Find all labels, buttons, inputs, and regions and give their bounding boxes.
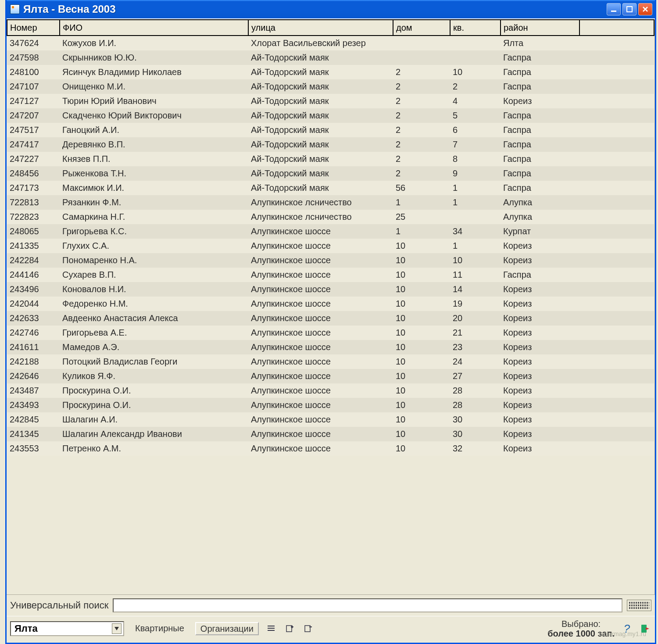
table-row[interactable]: 247173Максимюк И.И.Ай-Тодорский маяк561Г…	[7, 181, 654, 195]
cell-house: 10	[393, 441, 450, 456]
cell-apt: 11	[450, 268, 501, 282]
cell-fio: Федоренко Н.М.	[60, 297, 248, 311]
cell-street: Алупкинское шоссе	[248, 253, 393, 268]
cell-num: 241611	[7, 340, 60, 354]
col-header-fio[interactable]: ФИО	[60, 20, 248, 36]
table-row[interactable]: 242746Григорьева А.Е.Алупкинское шоссе10…	[7, 326, 654, 340]
cell-blank	[579, 282, 654, 297]
cell-apt: 19	[450, 297, 501, 311]
organizacii-button[interactable]: Организации	[195, 622, 259, 635]
cell-num: 248065	[7, 224, 60, 239]
table-row[interactable]: 243553Петренко А.М.Алупкинское шоссе1032…	[7, 441, 654, 456]
cell-house: 10	[393, 369, 450, 383]
table-row[interactable]: 241335Глухих С.А.Алупкинское шоссе101Кор…	[7, 239, 654, 253]
remove-record-icon[interactable]	[302, 623, 314, 635]
search-label: Универсальный поиск	[10, 600, 108, 611]
table-row[interactable]: 241611Мамедов А.Э.Алупкинское шоссе1023К…	[7, 340, 654, 354]
cell-raion: Алупка	[501, 195, 579, 210]
status-line2: более 1000 зап.	[547, 629, 615, 638]
minimize-icon	[611, 6, 617, 12]
table-row[interactable]: 242845Шалагин А.И.Алупкинское шоссе1030К…	[7, 412, 654, 427]
table-row[interactable]: 347624Кожухов И.И. Хлорат Васильевский р…	[7, 36, 654, 50]
cell-street: Алупкинское шоссе	[248, 268, 393, 282]
col-header-raion[interactable]: район	[501, 20, 579, 36]
cell-blank	[579, 94, 654, 108]
table-row[interactable]: 247127Тюрин Юрий ИвановичАй-Тодорский ма…	[7, 94, 654, 108]
cell-blank	[579, 412, 654, 427]
col-header-number[interactable]: Номер	[7, 20, 60, 36]
col-header-apt[interactable]: кв.	[450, 20, 501, 36]
cell-apt: 30	[450, 412, 501, 427]
cell-num: 722813	[7, 195, 60, 210]
cell-street: Ай-Тодорский маяк	[248, 152, 393, 166]
add-record-icon[interactable]	[283, 623, 296, 635]
table-row[interactable]: 242646Куликов Я.Ф.Алупкинское шоссе1027К…	[7, 369, 654, 383]
vertical-scrollbar[interactable]	[654, 19, 655, 594]
table-row[interactable]: 722823Самаркина Н.Г.Алупкинское лсничест…	[7, 210, 654, 224]
cell-house: 2	[393, 123, 450, 137]
kvartirnye-button[interactable]: Квартирные	[130, 622, 189, 635]
search-input[interactable]	[113, 598, 622, 612]
maximize-button[interactable]	[622, 3, 637, 15]
table-row[interactable]: 243487Проскурина О.И.Алупкинское шоссе10…	[7, 383, 654, 398]
region-dropdown[interactable]: Ялта	[10, 621, 124, 636]
cell-fio: Проскурина О.И.	[60, 383, 248, 398]
cell-house: 10	[393, 427, 450, 441]
window-title: Ялта - Весна 2003	[23, 3, 607, 15]
cell-apt: 21	[450, 326, 501, 340]
cell-raion: Гаспра	[501, 137, 579, 152]
table-row[interactable]: 242284Пономаренко Н.А.Алупкинское шоссе1…	[7, 253, 654, 268]
cell-apt: 6	[450, 123, 501, 137]
cell-apt: 1	[450, 195, 501, 210]
cell-street: Алупкинское лсничество	[248, 210, 393, 224]
help-icon[interactable]: ?	[621, 623, 633, 635]
cell-apt: 34	[450, 224, 501, 239]
table-row[interactable]: 247207Скадченко Юрий ВикторовичАй-Тодорс…	[7, 108, 654, 123]
cell-blank	[579, 181, 654, 195]
table-row[interactable]: 247598Скрынников Ю.Ю.Ай-Тодорский маякГа…	[7, 50, 654, 65]
table-row[interactable]: 243496Коновалов Н.И.Алупкинское шоссе101…	[7, 282, 654, 297]
table-row[interactable]: 243493Проскурина О.И.Алупкинское шоссе10…	[7, 398, 654, 412]
cell-raion: Кореиз	[501, 282, 579, 297]
cell-street: Алупкинское шоссе	[248, 369, 393, 383]
cell-house: 10	[393, 253, 450, 268]
cell-house: 10	[393, 326, 450, 340]
table-row[interactable]: 248456Рыженкова Т.Н.Ай-Тодорский маяк29Г…	[7, 166, 654, 181]
table-row[interactable]: 244146Сухарев В.П.Алупкинское шоссе1011Г…	[7, 268, 654, 282]
table-row[interactable]: 247417Деревянко В.П.Ай-Тодорский маяк27Г…	[7, 137, 654, 152]
col-header-street[interactable]: улица	[248, 20, 393, 36]
table-row[interactable]: 241345Шалагин Александр ИвановиАлупкинск…	[7, 427, 654, 441]
keyboard-icon[interactable]	[627, 600, 651, 611]
cell-street: Алупкинское шоссе	[248, 297, 393, 311]
minimize-button[interactable]	[607, 3, 621, 15]
cell-apt: 10	[450, 65, 501, 79]
cell-fio: Сухарев В.П.	[60, 268, 248, 282]
cell-apt: 32	[450, 441, 501, 456]
col-header-house[interactable]: дом	[393, 20, 450, 36]
table-row[interactable]: 242044Федоренко Н.М.Алупкинское шоссе101…	[7, 297, 654, 311]
table-row[interactable]: 248065Григорьева К.С.Алупкинское шоссе13…	[7, 224, 654, 239]
cell-apt: 14	[450, 282, 501, 297]
dropdown-arrow-icon	[112, 623, 122, 634]
svg-rect-7	[268, 626, 275, 626]
cell-fio: Мамедов А.Э.	[60, 340, 248, 354]
data-grid[interactable]: Номер ФИО улица дом кв. район 347624Кожу…	[7, 19, 654, 594]
table-row[interactable]: 248100Ясинчук Владимир НиколаевАй-Тодорс…	[7, 65, 654, 79]
table-row[interactable]: 247107Онищенко М.И.Ай-Тодорский маяк22Га…	[7, 79, 654, 94]
table-row[interactable]: 242633Авдеенко Анастасия АлексаАлупкинск…	[7, 311, 654, 326]
close-button[interactable]	[638, 3, 652, 15]
cell-fio: Шалагин А.И.	[60, 412, 248, 427]
cell-fio: Проскурина О.И.	[60, 398, 248, 412]
table-row[interactable]: 242188Потоцкий Владислав ГеоргиАлупкинск…	[7, 354, 654, 369]
table-row[interactable]: 247227Князев П.П.Ай-Тодорский маяк28Гасп…	[7, 152, 654, 166]
table-row[interactable]: 722813Рязанкин Ф.М.Алупкинское лсничеств…	[7, 195, 654, 210]
cell-num: 247173	[7, 181, 60, 195]
table-row[interactable]: 247517Ганоцкий А.И.Ай-Тодорский маяк26Га…	[7, 123, 654, 137]
cell-blank	[579, 210, 654, 224]
cell-raion: Алупка	[501, 210, 579, 224]
list-icon[interactable]	[265, 623, 277, 635]
cell-num: 247227	[7, 152, 60, 166]
cell-apt: 7	[450, 137, 501, 152]
exit-icon[interactable]	[639, 623, 651, 635]
cell-street: Ай-Тодорский маяк	[248, 181, 393, 195]
